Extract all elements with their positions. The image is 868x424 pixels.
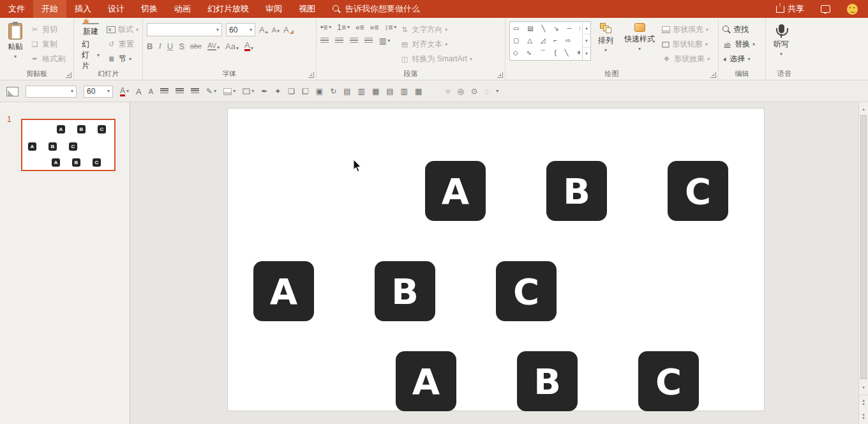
shape-box-r1-c[interactable]: C: [668, 161, 728, 221]
select-button[interactable]: ➤ 选择 ▾: [722, 54, 755, 64]
placeholder-image-icon[interactable]: [6, 87, 19, 96]
quickbar-grow-font-button[interactable]: A: [136, 87, 142, 96]
convert-smartart-button[interactable]: ◫ 转换为 SmartArt ▾: [400, 54, 472, 64]
quickbar-align-top-button[interactable]: ▤: [386, 87, 393, 96]
character-spacing-button[interactable]: AV▾: [207, 42, 220, 50]
quickbar-draw-shape-button[interactable]: ✎▾: [206, 87, 216, 96]
font-size-combo[interactable]: 60 ▾: [226, 23, 255, 36]
increase-indent-button[interactable]: »≡: [370, 23, 379, 32]
find-button[interactable]: 查找: [722, 24, 755, 35]
previous-slide-button[interactable]: ▴ ▴: [859, 395, 868, 407]
align-right-button[interactable]: [350, 38, 358, 44]
numbering-button[interactable]: 1≡▾: [337, 23, 350, 32]
shape-box-r2-c[interactable]: C: [496, 261, 557, 321]
strikethrough-button[interactable]: abe: [190, 42, 202, 50]
tab-file[interactable]: 文件: [0, 0, 33, 18]
shapes-scroll-up-icon[interactable]: ▴: [583, 22, 590, 34]
quickbar-font-size-combo[interactable]: 60 ▾: [84, 86, 113, 98]
scroll-up-button[interactable]: ▴: [859, 103, 868, 114]
next-slide-button[interactable]: ▾ ▾: [859, 410, 868, 423]
new-slide-button[interactable]: 新建 幻灯片 ▾: [78, 21, 103, 69]
slide-thumbnail-1[interactable]: A B C A B C A B C: [21, 119, 116, 171]
justify-button[interactable]: [364, 38, 373, 44]
quickbar-distribute-h-button[interactable]: ▥: [358, 87, 365, 96]
text-direction-button[interactable]: ⇅ 文字方向 ▾: [400, 24, 472, 35]
editing-canvas[interactable]: A B C A B C A B C: [130, 102, 858, 424]
tab-home[interactable]: 开始: [33, 0, 66, 18]
shape-effects-button[interactable]: ❖ 形状效果 ▾: [662, 54, 710, 64]
shapes-scroll-down-icon[interactable]: ▾: [583, 34, 590, 47]
clear-formatting-button[interactable]: A◢: [283, 25, 294, 34]
quickbar-format-painter-button[interactable]: ✒: [261, 87, 267, 96]
arrange-button[interactable]: 排列 ▾: [594, 21, 617, 69]
quickbar-align-center-button[interactable]: [176, 88, 184, 95]
section-button[interactable]: ≣ 节 ▾: [107, 54, 138, 64]
quickbar-target-button[interactable]: ⊙: [471, 87, 477, 96]
share-button[interactable]: 共享: [776, 3, 804, 15]
quickbar-align-objects-button[interactable]: ▤: [343, 87, 350, 96]
shape-fill-button[interactable]: 形状填充 ▾: [662, 24, 710, 35]
quickbar-align-left-button[interactable]: [160, 88, 168, 95]
tell-me-search[interactable]: 告诉我你想要做什么: [333, 0, 420, 18]
font-dialog-launcher[interactable]: [308, 72, 314, 78]
shapes-more-icon[interactable]: ▾: [583, 47, 590, 60]
tab-insert[interactable]: 插入: [66, 0, 100, 18]
paragraph-dialog-launcher[interactable]: [497, 72, 503, 78]
paste-button[interactable]: 粘贴 ▾: [4, 21, 27, 69]
tab-animations[interactable]: 动画: [166, 0, 199, 18]
align-center-button[interactable]: [335, 38, 343, 44]
shape-box-r2-a[interactable]: A: [253, 261, 314, 321]
quickbar-ring-button[interactable]: ◎: [458, 87, 464, 96]
cut-button[interactable]: ✂ 剪切: [30, 24, 65, 35]
quickbar-font-color-button[interactable]: A▾: [120, 87, 129, 96]
quickbar-justify-button[interactable]: [191, 88, 199, 95]
drawing-dialog-launcher[interactable]: [710, 72, 716, 78]
reset-button[interactable]: ↺ 重置: [107, 39, 138, 50]
shape-box-r2-b[interactable]: B: [375, 261, 435, 321]
quickbar-align-middle-button[interactable]: ▥: [401, 87, 408, 96]
tab-design[interactable]: 设计: [100, 0, 133, 18]
underline-button[interactable]: U: [167, 42, 173, 51]
shapes-gallery-row-2[interactable]: ▢ △ ◿ ⌐ ⇨ ⇩: [513, 35, 580, 47]
change-case-button[interactable]: Aa▾: [225, 42, 239, 51]
layout-button[interactable]: 版式 ▾: [107, 24, 138, 35]
slide-editing-surface[interactable]: A B C A B C A B C: [228, 109, 764, 411]
quickbar-outline-color-button[interactable]: ▾: [243, 88, 254, 95]
quickbar-fill-color-button[interactable]: ▾: [223, 88, 236, 95]
quickbar-group-button[interactable]: ▣: [316, 87, 323, 96]
shapes-gallery-row-3[interactable]: ◇ ∿ ⌒ { ╲ ✳: [513, 47, 580, 59]
shapes-gallery[interactable]: ▭ ▤ ╲ ↘ ─ □ ○ ▢ △ ◿ ⌐ ⇨ ⇩ ◇ ∿ ⌒ { ╲ ✳ ▴ …: [509, 21, 591, 61]
grow-font-button[interactable]: A▴: [259, 25, 268, 34]
bold-button[interactable]: B: [147, 42, 153, 51]
format-painter-button[interactable]: ✒ 格式刷: [30, 54, 65, 64]
tab-slideshow[interactable]: 幻灯片放映: [199, 0, 257, 18]
tab-view[interactable]: 视图: [290, 0, 324, 18]
shape-box-r3-b[interactable]: B: [517, 351, 578, 411]
quickbar-more-button[interactable]: ▾: [496, 89, 498, 94]
vertical-scrollbar[interactable]: ▴ ▾ ▴ ▴ ▾ ▾: [858, 102, 868, 424]
quickbar-distribute-v-button[interactable]: ▦: [372, 87, 379, 96]
dictate-button[interactable]: 听写 ▾: [770, 21, 793, 69]
quickbar-rotate-button[interactable]: ↻: [330, 87, 336, 96]
tab-transitions[interactable]: 切换: [133, 0, 166, 18]
bullets-button[interactable]: •≡▾: [320, 23, 331, 32]
shape-box-r1-b[interactable]: B: [546, 161, 607, 221]
decrease-indent-button[interactable]: «≡: [355, 23, 364, 32]
quickbar-font-name-combo[interactable]: ▾: [26, 86, 77, 98]
clipboard-dialog-launcher[interactable]: [66, 72, 71, 78]
quick-styles-button[interactable]: 快速样式 ▾: [620, 21, 659, 69]
italic-button[interactable]: I: [158, 41, 161, 51]
copy-button[interactable]: ❏ 复制: [30, 39, 65, 50]
text-shadow-button[interactable]: S: [179, 42, 184, 51]
shrink-font-button[interactable]: A▾: [272, 26, 280, 34]
shapes-gallery-row-1[interactable]: ▭ ▤ ╲ ↘ ─ □ ○: [513, 23, 580, 34]
shape-box-r3-a[interactable]: A: [396, 351, 456, 411]
quickbar-align-bottom-button[interactable]: ▦: [415, 87, 422, 96]
quickbar-bring-forward-button[interactable]: ❏: [288, 87, 295, 96]
quickbar-effects-button[interactable]: ✦: [274, 87, 281, 96]
columns-button[interactable]: ▥▾: [379, 36, 390, 45]
align-text-button[interactable]: ▤ 对齐文本 ▾: [400, 39, 472, 50]
font-color-button[interactable]: A▾: [244, 41, 253, 51]
quickbar-shrink-font-button[interactable]: A: [149, 87, 153, 95]
line-spacing-button[interactable]: ↕≡▾: [384, 23, 396, 32]
